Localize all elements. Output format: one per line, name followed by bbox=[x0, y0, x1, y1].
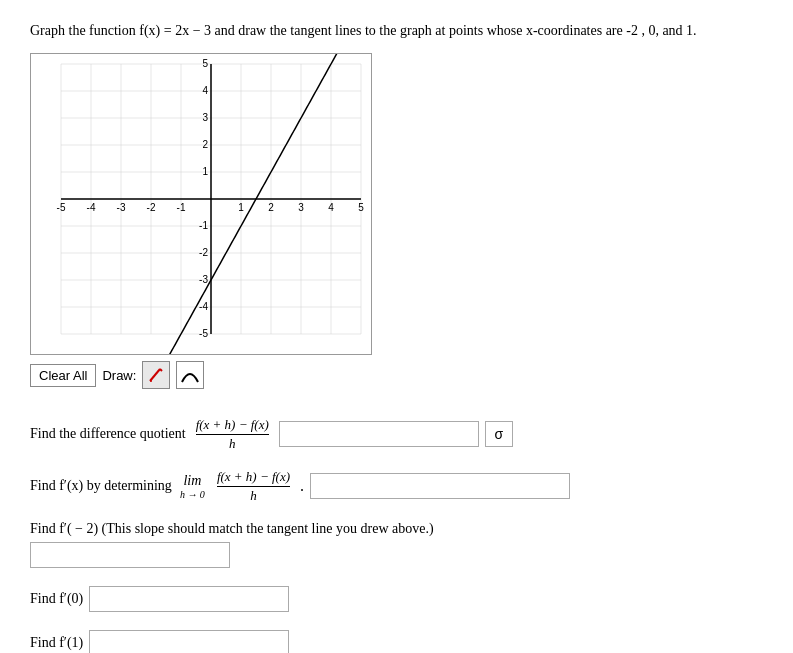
q2-section: Find f′(x) by determining lim h → 0 f(x … bbox=[30, 469, 763, 503]
q2-prefix: Find f′(x) by determining bbox=[30, 478, 172, 494]
q1-fraction: f(x + h) − f(x) h bbox=[196, 417, 269, 451]
q2-lim-sub: h → 0 bbox=[180, 489, 205, 500]
q2-row: Find f′(x) by determining lim h → 0 f(x … bbox=[30, 469, 763, 503]
q2-lim-main: lim bbox=[183, 473, 201, 489]
q1-denominator: h bbox=[229, 436, 236, 452]
q1-sigma-button[interactable]: σ bbox=[485, 421, 513, 447]
q3-answer-input[interactable] bbox=[30, 542, 230, 568]
problem-instruction: Graph the function f(x) = 2x − 3 and dra… bbox=[30, 20, 760, 41]
q1-answer-input[interactable] bbox=[279, 421, 479, 447]
draw-pencil-icon[interactable] bbox=[142, 361, 170, 389]
q2-answer-input[interactable] bbox=[310, 473, 570, 499]
clear-all-button[interactable]: Clear All bbox=[30, 364, 96, 387]
graph-canvas[interactable] bbox=[30, 53, 372, 355]
q1-section: Find the difference quotient f(x + h) − … bbox=[30, 417, 763, 451]
q4-prefix: Find f′(0) bbox=[30, 591, 83, 607]
q5-answer-input[interactable] bbox=[89, 630, 289, 653]
q4-row: Find f′(0) bbox=[30, 586, 763, 612]
graph-controls: Clear All Draw: bbox=[30, 361, 763, 389]
q2-denominator: h bbox=[250, 488, 257, 504]
q3-text: Find f′( − 2) (This slope should match t… bbox=[30, 521, 763, 537]
q2-fraction: f(x + h) − f(x) h bbox=[217, 469, 290, 503]
q4-section: Find f′(0) bbox=[30, 586, 763, 612]
q3-section: Find f′( − 2) (This slope should match t… bbox=[30, 521, 763, 568]
graph-container bbox=[30, 53, 370, 353]
q1-frac-line bbox=[196, 434, 269, 435]
q1-row: Find the difference quotient f(x + h) − … bbox=[30, 417, 763, 451]
svg-line-1 bbox=[160, 369, 162, 371]
q2-frac-line bbox=[217, 486, 290, 487]
svg-line-0 bbox=[150, 369, 160, 381]
draw-label: Draw: bbox=[102, 368, 136, 383]
q5-row: Find f′(1) bbox=[30, 630, 763, 653]
q2-period: . bbox=[300, 477, 304, 495]
q2-numerator: f(x + h) − f(x) bbox=[217, 469, 290, 485]
q5-section: Find f′(1) bbox=[30, 630, 763, 653]
draw-curve-icon[interactable] bbox=[176, 361, 204, 389]
q1-prefix: Find the difference quotient bbox=[30, 426, 186, 442]
q1-numerator: f(x + h) − f(x) bbox=[196, 417, 269, 433]
q5-prefix: Find f′(1) bbox=[30, 635, 83, 651]
q4-answer-input[interactable] bbox=[89, 586, 289, 612]
q2-lim: lim h → 0 bbox=[180, 473, 205, 500]
